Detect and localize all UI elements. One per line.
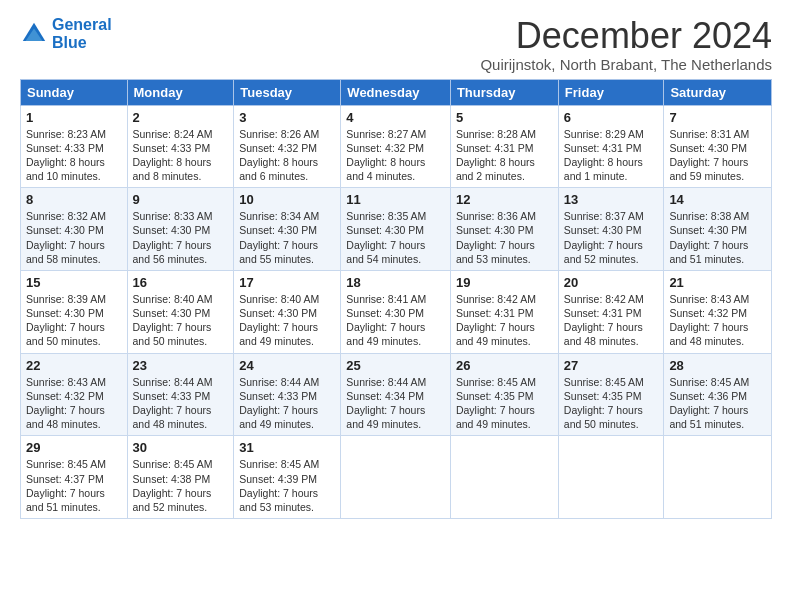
day-cell <box>558 436 664 519</box>
weekday-tuesday: Tuesday <box>234 79 341 105</box>
day-info: Sunrise: 8:41 AM Sunset: 4:30 PM Dayligh… <box>346 292 445 349</box>
weekday-sunday: Sunday <box>21 79 128 105</box>
week-row-4: 22Sunrise: 8:43 AM Sunset: 4:32 PM Dayli… <box>21 353 772 436</box>
day-cell: 9Sunrise: 8:33 AM Sunset: 4:30 PM Daylig… <box>127 188 234 271</box>
day-info: Sunrise: 8:32 AM Sunset: 4:30 PM Dayligh… <box>26 209 122 266</box>
day-cell: 23Sunrise: 8:44 AM Sunset: 4:33 PM Dayli… <box>127 353 234 436</box>
weekday-row: SundayMondayTuesdayWednesdayThursdayFrid… <box>21 79 772 105</box>
day-number: 24 <box>239 358 335 373</box>
day-cell: 31Sunrise: 8:45 AM Sunset: 4:39 PM Dayli… <box>234 436 341 519</box>
day-cell: 17Sunrise: 8:40 AM Sunset: 4:30 PM Dayli… <box>234 270 341 353</box>
day-number: 6 <box>564 110 659 125</box>
day-cell <box>450 436 558 519</box>
logo: General Blue <box>20 16 112 51</box>
day-info: Sunrise: 8:44 AM Sunset: 4:33 PM Dayligh… <box>133 375 229 432</box>
day-cell: 27Sunrise: 8:45 AM Sunset: 4:35 PM Dayli… <box>558 353 664 436</box>
header: General Blue December 2024 Quirijnstok, … <box>20 16 772 73</box>
day-info: Sunrise: 8:26 AM Sunset: 4:32 PM Dayligh… <box>239 127 335 184</box>
day-number: 19 <box>456 275 553 290</box>
day-info: Sunrise: 8:38 AM Sunset: 4:30 PM Dayligh… <box>669 209 766 266</box>
day-info: Sunrise: 8:45 AM Sunset: 4:38 PM Dayligh… <box>133 457 229 514</box>
day-number: 27 <box>564 358 659 373</box>
day-info: Sunrise: 8:43 AM Sunset: 4:32 PM Dayligh… <box>26 375 122 432</box>
day-number: 30 <box>133 440 229 455</box>
day-info: Sunrise: 8:45 AM Sunset: 4:36 PM Dayligh… <box>669 375 766 432</box>
day-cell: 28Sunrise: 8:45 AM Sunset: 4:36 PM Dayli… <box>664 353 772 436</box>
day-cell: 11Sunrise: 8:35 AM Sunset: 4:30 PM Dayli… <box>341 188 451 271</box>
weekday-wednesday: Wednesday <box>341 79 451 105</box>
day-info: Sunrise: 8:31 AM Sunset: 4:30 PM Dayligh… <box>669 127 766 184</box>
day-cell: 4Sunrise: 8:27 AM Sunset: 4:32 PM Daylig… <box>341 105 451 188</box>
day-number: 23 <box>133 358 229 373</box>
day-cell: 6Sunrise: 8:29 AM Sunset: 4:31 PM Daylig… <box>558 105 664 188</box>
week-row-3: 15Sunrise: 8:39 AM Sunset: 4:30 PM Dayli… <box>21 270 772 353</box>
day-cell: 1Sunrise: 8:23 AM Sunset: 4:33 PM Daylig… <box>21 105 128 188</box>
day-number: 1 <box>26 110 122 125</box>
day-info: Sunrise: 8:27 AM Sunset: 4:32 PM Dayligh… <box>346 127 445 184</box>
day-info: Sunrise: 8:45 AM Sunset: 4:39 PM Dayligh… <box>239 457 335 514</box>
day-number: 20 <box>564 275 659 290</box>
day-number: 15 <box>26 275 122 290</box>
day-number: 2 <box>133 110 229 125</box>
calendar-body: 1Sunrise: 8:23 AM Sunset: 4:33 PM Daylig… <box>21 105 772 518</box>
day-number: 25 <box>346 358 445 373</box>
calendar-header: SundayMondayTuesdayWednesdayThursdayFrid… <box>21 79 772 105</box>
day-cell: 14Sunrise: 8:38 AM Sunset: 4:30 PM Dayli… <box>664 188 772 271</box>
day-info: Sunrise: 8:29 AM Sunset: 4:31 PM Dayligh… <box>564 127 659 184</box>
day-number: 31 <box>239 440 335 455</box>
day-number: 29 <box>26 440 122 455</box>
day-cell: 10Sunrise: 8:34 AM Sunset: 4:30 PM Dayli… <box>234 188 341 271</box>
day-info: Sunrise: 8:23 AM Sunset: 4:33 PM Dayligh… <box>26 127 122 184</box>
day-number: 3 <box>239 110 335 125</box>
day-info: Sunrise: 8:43 AM Sunset: 4:32 PM Dayligh… <box>669 292 766 349</box>
day-cell: 24Sunrise: 8:44 AM Sunset: 4:33 PM Dayli… <box>234 353 341 436</box>
subtitle: Quirijnstok, North Brabant, The Netherla… <box>480 56 772 73</box>
day-cell: 16Sunrise: 8:40 AM Sunset: 4:30 PM Dayli… <box>127 270 234 353</box>
day-cell: 5Sunrise: 8:28 AM Sunset: 4:31 PM Daylig… <box>450 105 558 188</box>
day-number: 21 <box>669 275 766 290</box>
day-number: 17 <box>239 275 335 290</box>
day-cell <box>341 436 451 519</box>
day-cell: 7Sunrise: 8:31 AM Sunset: 4:30 PM Daylig… <box>664 105 772 188</box>
day-number: 18 <box>346 275 445 290</box>
day-cell: 29Sunrise: 8:45 AM Sunset: 4:37 PM Dayli… <box>21 436 128 519</box>
day-cell: 12Sunrise: 8:36 AM Sunset: 4:30 PM Dayli… <box>450 188 558 271</box>
day-info: Sunrise: 8:37 AM Sunset: 4:30 PM Dayligh… <box>564 209 659 266</box>
day-info: Sunrise: 8:24 AM Sunset: 4:33 PM Dayligh… <box>133 127 229 184</box>
day-info: Sunrise: 8:40 AM Sunset: 4:30 PM Dayligh… <box>133 292 229 349</box>
day-info: Sunrise: 8:36 AM Sunset: 4:30 PM Dayligh… <box>456 209 553 266</box>
day-info: Sunrise: 8:44 AM Sunset: 4:34 PM Dayligh… <box>346 375 445 432</box>
day-info: Sunrise: 8:45 AM Sunset: 4:37 PM Dayligh… <box>26 457 122 514</box>
day-number: 10 <box>239 192 335 207</box>
logo-icon <box>20 20 48 48</box>
day-cell: 18Sunrise: 8:41 AM Sunset: 4:30 PM Dayli… <box>341 270 451 353</box>
calendar: SundayMondayTuesdayWednesdayThursdayFrid… <box>20 79 772 519</box>
day-number: 22 <box>26 358 122 373</box>
week-row-1: 1Sunrise: 8:23 AM Sunset: 4:33 PM Daylig… <box>21 105 772 188</box>
day-cell: 22Sunrise: 8:43 AM Sunset: 4:32 PM Dayli… <box>21 353 128 436</box>
logo-text: General Blue <box>52 16 112 51</box>
day-cell: 25Sunrise: 8:44 AM Sunset: 4:34 PM Dayli… <box>341 353 451 436</box>
day-cell: 8Sunrise: 8:32 AM Sunset: 4:30 PM Daylig… <box>21 188 128 271</box>
day-info: Sunrise: 8:33 AM Sunset: 4:30 PM Dayligh… <box>133 209 229 266</box>
day-info: Sunrise: 8:40 AM Sunset: 4:30 PM Dayligh… <box>239 292 335 349</box>
day-cell: 26Sunrise: 8:45 AM Sunset: 4:35 PM Dayli… <box>450 353 558 436</box>
day-number: 4 <box>346 110 445 125</box>
day-info: Sunrise: 8:39 AM Sunset: 4:30 PM Dayligh… <box>26 292 122 349</box>
day-cell: 21Sunrise: 8:43 AM Sunset: 4:32 PM Dayli… <box>664 270 772 353</box>
day-info: Sunrise: 8:45 AM Sunset: 4:35 PM Dayligh… <box>456 375 553 432</box>
day-number: 5 <box>456 110 553 125</box>
weekday-thursday: Thursday <box>450 79 558 105</box>
day-number: 16 <box>133 275 229 290</box>
main-title: December 2024 <box>480 16 772 56</box>
day-info: Sunrise: 8:28 AM Sunset: 4:31 PM Dayligh… <box>456 127 553 184</box>
day-info: Sunrise: 8:42 AM Sunset: 4:31 PM Dayligh… <box>456 292 553 349</box>
day-number: 13 <box>564 192 659 207</box>
weekday-saturday: Saturday <box>664 79 772 105</box>
day-info: Sunrise: 8:44 AM Sunset: 4:33 PM Dayligh… <box>239 375 335 432</box>
day-cell: 20Sunrise: 8:42 AM Sunset: 4:31 PM Dayli… <box>558 270 664 353</box>
page: General Blue December 2024 Quirijnstok, … <box>0 0 792 529</box>
day-info: Sunrise: 8:34 AM Sunset: 4:30 PM Dayligh… <box>239 209 335 266</box>
day-number: 14 <box>669 192 766 207</box>
day-cell: 15Sunrise: 8:39 AM Sunset: 4:30 PM Dayli… <box>21 270 128 353</box>
